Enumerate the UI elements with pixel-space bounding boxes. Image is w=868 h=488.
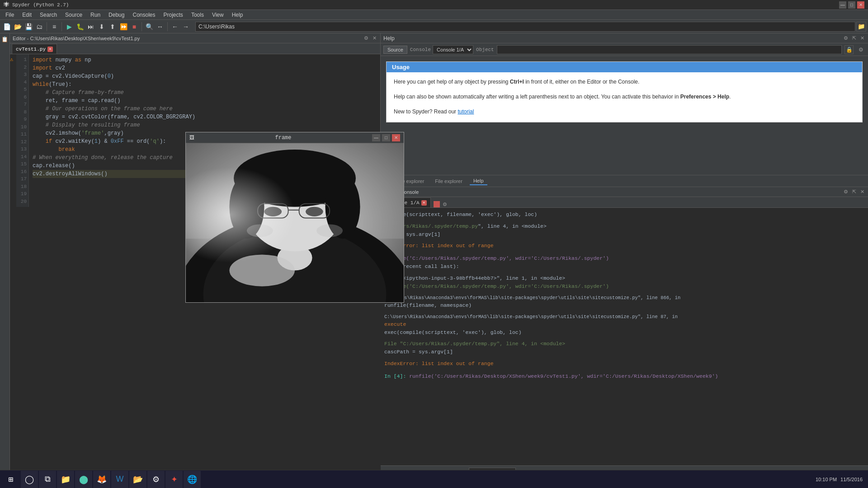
new-file-button[interactable]: 📄 [2,22,12,32]
console-run-1: runfile('C:/Users/Rikas/.spyder/temp.py'… [384,254,864,263]
frame-maximize-button[interactable]: □ [382,134,390,141]
help-gear-button[interactable]: ⚙ [856,45,865,54]
back-button[interactable]: ← [170,22,180,32]
replace-button[interactable]: ↔ [155,22,165,32]
menu-help[interactable]: Help [228,11,247,19]
taskbar-firefox-button[interactable]: 🦊 [93,471,110,488]
usage-para1: Here you can get help of any object by p… [394,78,855,86]
app-title: Spyder (Python 2.7) [12,2,69,8]
tutorial-link[interactable]: tutorial [458,108,474,115]
sidebar-files-icon[interactable]: 📋 [1,35,9,43]
help-object-input[interactable] [497,45,842,54]
help-settings-button[interactable]: ⚙ [843,35,849,42]
tab-cvtest1-label: cvTest1.py [16,47,46,52]
tab-file-explorer[interactable]: File explorer [431,178,466,185]
step-into-button[interactable]: ⬇ [97,22,107,32]
frame-close-button[interactable]: ✕ [392,134,400,141]
menu-source[interactable]: Source [61,11,86,19]
editor-container: Editor - C:\Users\Rikas\Desktop\XShen\we… [10,33,381,478]
path-input[interactable] [195,22,855,32]
menu-run[interactable]: Run [87,11,104,19]
menu-consoles[interactable]: Consoles [129,11,159,19]
taskbar-files-button[interactable]: 📁 [57,471,74,488]
stop-button[interactable]: ■ [129,22,139,32]
console-stop-button[interactable] [434,201,440,207]
preferences-button[interactable]: ≡ [49,22,59,32]
code-line-2: import cv2 [33,64,377,72]
editor-settings-button[interactable]: ⚙ [363,35,369,42]
console-line-8: File "<ipython-input-3-98bffb44ebb7>", l… [384,274,864,282]
menu-bar: File Edit Search Source Run Debug Consol… [0,10,868,20]
help-float-button[interactable]: ⇱ [851,35,857,42]
console-close-button[interactable]: ✕ [859,189,865,195]
usage-box: Usage Here you can get help of any objec… [386,61,863,122]
frame-minimize-button[interactable]: — [372,134,380,141]
run-debug-button[interactable]: 🐛 [75,22,85,32]
console-line-12 [384,310,864,313]
help-lock-button[interactable]: 🔒 [844,45,854,54]
console-tab-1a-close[interactable]: ✕ [421,200,427,206]
toolbar-sep-4 [167,22,168,31]
menu-file[interactable]: File [2,11,18,19]
step-button[interactable]: ⏭ [86,22,96,32]
taskbar-search-button[interactable]: ◯ [21,471,38,488]
taskbar: ⊞ ◯ ⧉ 📁 ⬤ 🦊 W 📂 ⚙ ✦ 🌐 10:10 PM 11/5/2016 [0,470,868,488]
taskbar-gear2-button[interactable]: ✦ [165,471,183,488]
code-line-6: while(True): [33,80,377,89]
frame-image-area [186,143,404,302]
help-source-button[interactable]: Source [383,46,407,54]
help-console-dropdown[interactable]: Console 1/A [433,45,473,54]
taskbar-files2-button[interactable]: 📂 [129,471,146,488]
title-bar-left: 🕷 Spyder (Python 2.7) [4,1,69,8]
console-panel: IPython console ⚙ ⇱ ✕ Console 1/A ✕ ⚙ c [381,187,868,478]
run-button[interactable]: ▶ [64,22,74,32]
help-close-button[interactable]: ✕ [859,35,865,42]
menu-projects[interactable]: Projects [160,11,187,19]
find-button[interactable]: 🔍 [144,22,154,32]
console-line-7 [384,271,864,274]
console-long-2: C:\Users\Rikas\Anaconda3\envs\forMAS\lib… [384,313,864,320]
tab-cvtest1[interactable]: cvTest1.py ✕ [12,44,57,54]
close-button[interactable]: ✕ [857,1,864,9]
taskbar-chrome-button[interactable]: ⬤ [75,471,92,488]
tab-help[interactable]: Help [470,177,487,185]
start-button[interactable]: ⊞ [2,470,20,488]
save-file-button[interactable]: 💾 [24,22,33,32]
taskbar-app-button[interactable]: 🌐 [184,471,201,488]
left-sidebar: 📋 [0,33,10,478]
editor-close-button[interactable]: ✕ [371,35,377,42]
minimize-button[interactable]: — [839,1,846,9]
toolbar-sep-2 [61,22,62,31]
console-line-15: cascPath = sys.argv[1] [384,348,864,356]
console-gear-button[interactable]: ⚙ [442,201,448,207]
frame-window[interactable]: 🖼 frame — □ ✕ [185,132,404,303]
console-line-4: path = sys.argv[1] [384,230,864,239]
toolbar-sep-3 [142,22,142,31]
forward-button[interactable]: → [181,22,191,32]
console-panel-header: IPython console ⚙ ⇱ ✕ [381,187,868,197]
tab-cvtest1-close[interactable]: ✕ [47,47,53,52]
taskbar-word-button[interactable]: W [111,471,128,488]
menu-tools[interactable]: Tools [188,11,208,19]
browse-button[interactable]: 📁 [856,22,866,32]
save-all-button[interactable]: 🗂 [34,22,44,32]
maximize-button[interactable]: □ [848,1,855,9]
taskbar-settings-button[interactable]: ⚙ [147,471,165,488]
title-bar-controls[interactable]: — □ ✕ [839,1,864,9]
continue-button[interactable]: ⏩ [118,22,128,32]
open-file-button[interactable]: 📂 [13,22,23,32]
console-toolbar: ⚙ [434,201,448,207]
taskbar-task-view-button[interactable]: ⧉ [39,471,56,488]
menu-view[interactable]: View [208,11,227,19]
editor-header: Editor - C:\Users\Rikas\Desktop\XShen\we… [10,33,380,43]
console-line-14 [384,336,864,340]
step-return-button[interactable]: ⬆ [108,22,118,32]
frame-title-label: frame [275,135,291,141]
menu-search[interactable]: Search [36,11,61,19]
console-line-3: C:/Users/Rikas/.spyder/temp.py", line 4,… [384,222,864,230]
console-float-button[interactable]: ⇱ [851,189,857,195]
menu-debug[interactable]: Debug [105,11,128,19]
console-settings-button[interactable]: ⚙ [843,189,849,195]
menu-edit[interactable]: Edit [19,11,35,19]
frame-titlebar: 🖼 frame — □ ✕ [186,132,404,143]
